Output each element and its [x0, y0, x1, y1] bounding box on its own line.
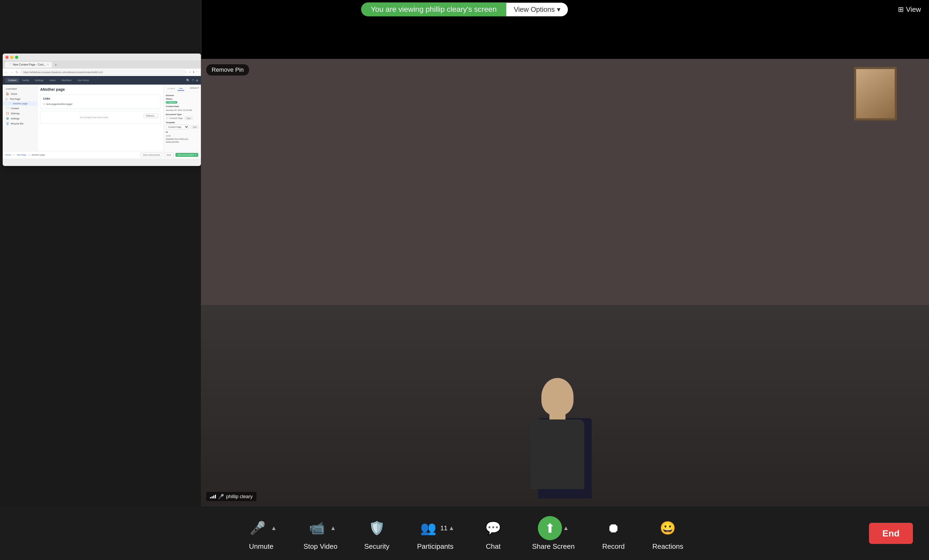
unmute-chevron[interactable]: ▲: [271, 525, 277, 532]
remove-pin-button[interactable]: Remove Pin: [206, 64, 249, 75]
reactions-control[interactable]: 😀 Reactions: [639, 516, 697, 551]
share-screen-chevron[interactable]: ▲: [563, 525, 569, 532]
video-picture-frame: [854, 67, 897, 121]
end-button[interactable]: End: [869, 523, 913, 544]
chat-label: Chat: [486, 542, 501, 551]
browser-tab[interactable]: 📄 New Content Page - Cont... ×: [5, 62, 52, 68]
sidebar-item-contact[interactable]: 📄 Contact: [3, 106, 37, 111]
participants-chevron[interactable]: ▲: [448, 525, 454, 532]
info-tab-info[interactable]: Info: [178, 87, 184, 91]
video-wall: [201, 59, 929, 327]
browser-address-bar: ← → ↻ ☆ ⬇ ⋯: [3, 69, 201, 76]
record-control[interactable]: ⏺ Record: [588, 516, 639, 551]
cms-sidebar: Content 🏠 Home ▷ Test Page 📄 ANother pag…: [3, 84, 37, 151]
close-window-button[interactable]: [5, 56, 9, 59]
template-row: Content Page Open: [166, 125, 199, 129]
rollback-button[interactable]: Rollback...: [144, 113, 158, 118]
document-type-label: Document Type: [166, 113, 199, 116]
unmute-icon: 🎤: [246, 516, 270, 540]
cms-page-title: ANother page: [40, 87, 161, 92]
address-input[interactable]: [20, 70, 187, 75]
sidebar-item-recycle-bin[interactable]: 🗑️ Recycle Bin: [3, 121, 37, 126]
top-bar: You are viewing phillip cleary's screen …: [0, 0, 929, 19]
link-text: /test-page/another-page/: [46, 103, 73, 106]
stop-video-icon: 📹: [305, 516, 329, 540]
cms-info-panel: Content Info Actions ▾ General Status Pu…: [163, 84, 201, 151]
sitemap-icon: 📋: [6, 112, 9, 115]
view-options-button[interactable]: View Options ▾: [506, 3, 568, 16]
nav-item-users[interactable]: Users: [47, 78, 59, 83]
nav-item-members[interactable]: Members: [59, 78, 75, 83]
nav-item-content[interactable]: Content: [5, 78, 19, 83]
chat-control[interactable]: 💬 Chat: [468, 516, 519, 551]
browser-window: 📄 New Content Page - Cont... × + ← → ↻ ☆…: [3, 54, 201, 166]
sidebar-settings-label: Settings: [11, 117, 20, 120]
info-tabs: Content Info Actions ▾: [166, 87, 199, 92]
star-icon: ☆: [189, 70, 191, 74]
document-type-open-button[interactable]: Open: [185, 117, 193, 120]
sub-page-icon: 📄: [8, 102, 11, 105]
participants-control[interactable]: 👥 11 ▲ Participants: [403, 516, 468, 551]
save-publish-dropdown-icon[interactable]: ▾: [195, 154, 196, 156]
nav-item-settings[interactable]: Settings: [32, 78, 46, 83]
participants-label: Participants: [417, 542, 454, 551]
share-screen-control[interactable]: ⬆ ▲ Share Screen: [519, 516, 588, 551]
status-label: Status: [166, 98, 199, 100]
forward-button[interactable]: →: [10, 70, 14, 74]
new-tab-button[interactable]: +: [53, 62, 58, 67]
template-open-button[interactable]: Open: [191, 125, 199, 129]
unmute-icon-wrap: 🎤 ▲: [246, 516, 277, 540]
control-bar: 🎤 ▲ Unmute 📹 ▲ Stop Video 🛡️ Security 👥 …: [0, 506, 929, 560]
actions-menu[interactable]: Actions ▾: [190, 87, 199, 91]
sidebar-another-page-label: ANother page: [12, 102, 28, 105]
breadcrumb-test-page[interactable]: Test Page: [17, 154, 26, 156]
save-preview-button[interactable]: Save and preview: [141, 153, 162, 157]
security-control[interactable]: 🛡️ Security: [351, 516, 403, 551]
template-select[interactable]: Content Page: [166, 125, 189, 129]
cms-content-area: ANother page Links ⎘ /test-page/another-…: [37, 84, 163, 151]
logout-icon[interactable]: ⊗: [196, 79, 198, 82]
security-label: Security: [364, 542, 389, 551]
cms-nav: Content Media Settings Users Members Lit…: [3, 76, 201, 84]
settings-icon: ⚙️: [6, 117, 9, 120]
download-icon: ⬇: [192, 70, 195, 74]
sidebar-item-home[interactable]: 🏠 Home: [3, 91, 37, 96]
browser-titlebar: [3, 54, 201, 61]
rollback-section: Rollback... No changes have been made.: [40, 111, 161, 124]
tab-close-button[interactable]: ×: [47, 63, 49, 66]
nav-item-media[interactable]: Media: [20, 78, 32, 83]
sidebar-item-cms-settings[interactable]: ⚙️ Settings: [3, 116, 37, 121]
stop-video-control[interactable]: 📹 ▲ Stop Video: [290, 516, 351, 551]
cms-link-item[interactable]: ⎘ /test-page/another-page/: [43, 102, 158, 106]
browser-tab-bar: 📄 New Content Page - Cont... × +: [3, 61, 201, 69]
help-icon[interactable]: ?: [192, 79, 194, 82]
save-publish-button[interactable]: Save and publish ▾: [175, 153, 198, 157]
save-button[interactable]: Save: [164, 153, 173, 157]
sidebar-item-test-page[interactable]: ▷ Test Page: [3, 96, 37, 101]
unmute-control[interactable]: 🎤 ▲ Unmute: [232, 516, 290, 551]
search-icon[interactable]: 🔍: [186, 79, 190, 82]
home-icon: 🏠: [6, 92, 9, 95]
cms-body: Content 🏠 Home ▷ Test Page 📄 ANother pag…: [3, 84, 201, 151]
maximize-window-button[interactable]: [15, 56, 18, 59]
minimize-window-button[interactable]: [10, 56, 14, 59]
nav-item-lite-forms[interactable]: Lite Forms: [75, 78, 92, 83]
stop-video-chevron[interactable]: ▲: [330, 525, 336, 532]
signal-bar-2: [212, 496, 213, 499]
sidebar-item-another-page[interactable]: 📄 ANother page: [3, 101, 37, 106]
tab-favicon: 📄: [8, 63, 11, 66]
breadcrumb-home[interactable]: Home: [5, 154, 11, 156]
breadcrumb-current: ANother page: [32, 154, 45, 156]
share-screen-label: Share Screen: [532, 542, 575, 551]
general-label: General: [166, 94, 199, 96]
person-body: [530, 419, 584, 489]
info-tab-content[interactable]: Content: [166, 87, 176, 91]
sidebar-item-sitemap[interactable]: 📋 Sitemap: [3, 111, 37, 116]
sidebar-recycle-bin-label: Recycle Bin: [11, 122, 24, 125]
reload-button[interactable]: ↻: [15, 70, 18, 74]
back-button[interactable]: ←: [5, 70, 8, 74]
video-person-silhouette: [520, 378, 595, 485]
signal-bar-4: [215, 495, 216, 499]
unmute-label: Unmute: [249, 542, 273, 551]
status-badge: Published: [166, 101, 177, 104]
